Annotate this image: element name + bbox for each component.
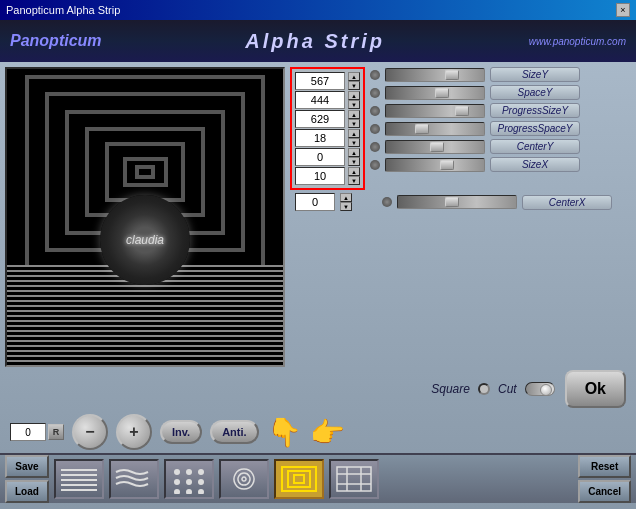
right-hand-icon[interactable]: 👉 [310,416,345,449]
slider-dot-sizex [370,160,380,170]
slider-row-sizex: SizeX [370,157,580,172]
label-centerx[interactable]: CenterX [522,195,612,210]
label-centery[interactable]: CenterY [490,139,580,154]
slider-track-sizex[interactable] [385,158,485,172]
plus-button[interactable]: + [116,414,152,450]
input-row-1: ▲ ▼ [295,72,360,90]
slider-thumb-progressspacey[interactable] [415,124,429,134]
pattern-lines-icon[interactable] [54,459,104,499]
slider-dot-centerx [382,197,392,207]
slider-track-progresssizey[interactable] [385,104,485,118]
slider-track-progressspacey[interactable] [385,122,485,136]
value4-input[interactable] [295,129,345,147]
value2-input[interactable] [295,91,345,109]
value1-input[interactable] [295,72,345,90]
label-sizey[interactable]: SizeY [490,67,580,82]
value6-input[interactable] [295,167,345,185]
input-group: ▲ ▼ ▲ ▼ ▲ [290,67,365,190]
dots-svg [169,464,209,494]
square-radio[interactable] [478,383,490,395]
minus-button[interactable]: − [72,414,108,450]
label-sizex[interactable]: SizeX [490,157,580,172]
left-hand-icon[interactable]: 👇 [267,416,302,449]
grid-svg [334,464,374,494]
square-cut-controls: Square Cut [431,382,554,396]
input-row-5: ▲ ▼ [295,148,360,166]
slider-track-centerx[interactable] [397,195,517,209]
right-controls: ▲ ▼ ▲ ▼ ▲ [290,67,631,367]
spin-down-5[interactable]: ▼ [348,157,360,166]
spin-down-2[interactable]: ▼ [348,100,360,109]
svg-point-5 [174,469,180,475]
reset-button[interactable]: Reset [578,455,631,478]
r-button[interactable]: R [48,424,64,440]
label-progresssizey[interactable]: ProgressSizeY [490,103,580,118]
anti-button[interactable]: Anti. [210,420,258,444]
spin-down-4[interactable]: ▼ [348,138,360,147]
spin-up-2[interactable]: ▲ [348,91,360,100]
value5-input[interactable] [295,148,345,166]
product-name: Alpha Strip [245,30,385,53]
bottom-toolbar: Save Load [0,453,636,503]
cut-toggle[interactable] [525,382,555,396]
input-row-3: ▲ ▼ [295,110,360,128]
ok-button[interactable]: Ok [565,370,626,408]
spin-up-3[interactable]: ▲ [348,110,360,119]
save-button[interactable]: Save [5,455,49,478]
spiral-svg [224,460,264,498]
slider-track-sizey[interactable] [385,68,485,82]
header-banner: Panopticum Alpha Strip www.panopticum.co… [0,20,636,62]
preview-panel: claudia [5,67,285,367]
center-x-input[interactable] [295,193,335,211]
slider-track-centery[interactable] [385,140,485,154]
slider-dot-centery [370,142,380,152]
lines-svg [59,464,99,494]
slider-thumb-progresssizey[interactable] [455,106,469,116]
spin-down-1[interactable]: ▼ [348,81,360,90]
square-frame-7 [135,165,155,179]
center-x-down[interactable]: ▼ [340,202,352,211]
slider-dot-sizey [370,70,380,80]
small-value-display: 0 R [10,423,64,441]
spin-down-3[interactable]: ▼ [348,119,360,128]
input-row-6: ▲ ▼ [295,167,360,185]
slider-thumb-sizey[interactable] [445,70,459,80]
spin-up-5[interactable]: ▲ [348,148,360,157]
slider-track-spacey[interactable] [385,86,485,100]
slider-thumb-sizex[interactable] [440,160,454,170]
slider-dot-progresssizey [370,106,380,116]
spin-down-6[interactable]: ▼ [348,176,360,185]
slider-thumb-spacey[interactable] [435,88,449,98]
slider-thumb-centery[interactable] [430,142,444,152]
spin-up-4[interactable]: ▲ [348,129,360,138]
pattern-spiral-icon[interactable] [219,459,269,499]
svg-point-10 [198,479,204,485]
slider-row-spacey: SpaceY [370,85,580,100]
center-x-up[interactable]: ▲ [340,193,352,202]
spin-up-1[interactable]: ▲ [348,72,360,81]
inv-button[interactable]: Inv. [160,420,202,444]
action-row: 0 R − + Inv. Anti. 👇 👉 [0,411,636,453]
pattern-waves-icon[interactable] [109,459,159,499]
slider-thumb-centerx[interactable] [445,197,459,207]
label-spacey[interactable]: SpaceY [490,85,580,100]
save-load-group: Save Load [5,455,49,503]
close-button[interactable]: × [616,3,630,17]
slider-row-sizey: SizeY [370,67,580,82]
pattern-dots-icon[interactable] [164,459,214,499]
pattern-squares-icon[interactable] [274,459,324,499]
value-display-box: 0 [10,423,46,441]
svg-point-9 [186,479,192,485]
load-button[interactable]: Load [5,480,49,503]
cut-label: Cut [498,382,517,396]
cancel-button[interactable]: Cancel [578,480,631,503]
spin-up-6[interactable]: ▲ [348,167,360,176]
label-progressspacey[interactable]: ProgressSpaceY [490,121,580,136]
value3-input[interactable] [295,110,345,128]
title-bar: Panopticum Alpha Strip × [0,0,636,20]
svg-rect-21 [337,467,371,491]
svg-point-12 [186,489,192,494]
slider-dot-spacey [370,88,380,98]
pattern-grid-icon[interactable] [329,459,379,499]
square-cut-row: Square Cut Ok [0,367,636,411]
